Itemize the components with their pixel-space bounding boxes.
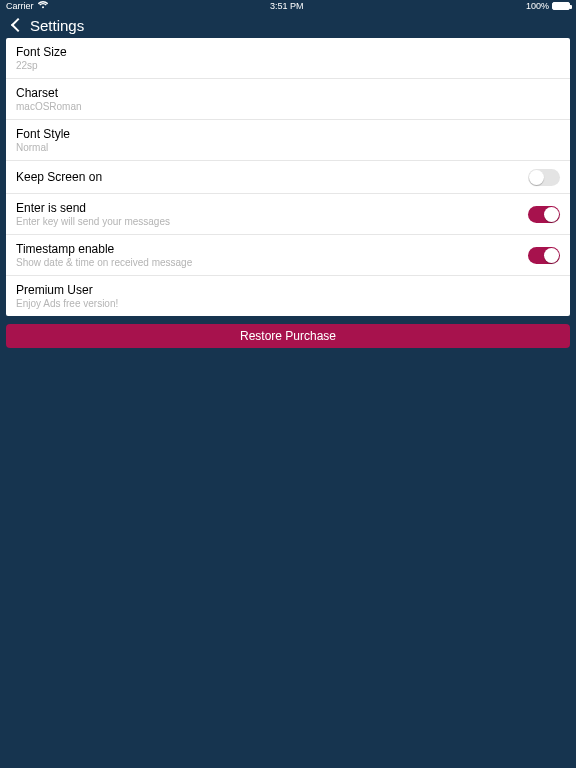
row-sub: 22sp [16, 60, 67, 71]
settings-list: Font Size 22sp Charset macOSRoman Font S… [6, 38, 570, 316]
row-sub: Enter key will send your messages [16, 216, 170, 227]
restore-purchase-button[interactable]: Restore Purchase [6, 324, 570, 348]
back-icon[interactable] [10, 17, 20, 33]
row-sub: Show date & time on received message [16, 257, 192, 268]
row-sub: macOSRoman [16, 101, 82, 112]
row-sub: Normal [16, 142, 70, 153]
row-font-size[interactable]: Font Size 22sp [6, 38, 570, 79]
toggle-timestamp[interactable] [528, 247, 560, 264]
page-title: Settings [30, 17, 84, 34]
row-title: Font Size [16, 45, 67, 59]
row-enter-send[interactable]: Enter is send Enter key will send your m… [6, 194, 570, 235]
battery-percent: 100% [526, 1, 549, 11]
row-charset[interactable]: Charset macOSRoman [6, 79, 570, 120]
status-right: 100% [526, 1, 570, 11]
toggle-enter-send[interactable] [528, 206, 560, 223]
row-title: Charset [16, 86, 82, 100]
battery-icon [552, 2, 570, 10]
row-title: Premium User [16, 283, 118, 297]
row-title: Keep Screen on [16, 168, 102, 186]
status-left: Carrier [6, 1, 48, 11]
row-title: Font Style [16, 127, 70, 141]
row-timestamp[interactable]: Timestamp enable Show date & time on rec… [6, 235, 570, 276]
wifi-icon [38, 1, 48, 11]
row-title: Enter is send [16, 201, 170, 215]
status-time: 3:51 PM [270, 1, 304, 11]
row-font-style[interactable]: Font Style Normal [6, 120, 570, 161]
row-keep-screen[interactable]: Keep Screen on [6, 161, 570, 194]
status-bar: Carrier 3:51 PM 100% [0, 0, 576, 12]
row-premium[interactable]: Premium User Enjoy Ads free version! [6, 276, 570, 316]
row-sub: Enjoy Ads free version! [16, 298, 118, 309]
nav-bar: Settings [0, 12, 576, 38]
toggle-keep-screen[interactable] [528, 169, 560, 186]
row-title: Timestamp enable [16, 242, 192, 256]
carrier-label: Carrier [6, 1, 34, 11]
